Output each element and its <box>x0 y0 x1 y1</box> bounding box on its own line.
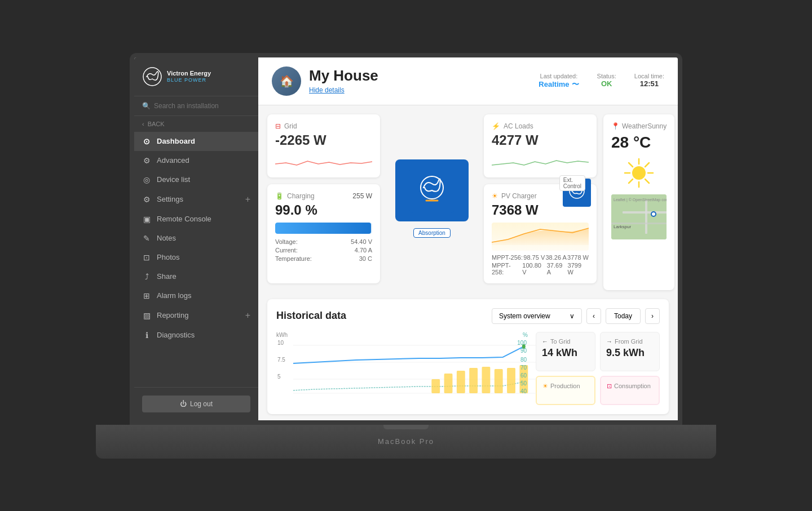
chevron-down-icon: ∨ <box>570 312 575 320</box>
sidebar-item-diagnostics[interactable]: ℹ Diagnostics <box>134 326 258 345</box>
y-axis-5: 5 <box>277 374 281 380</box>
battery-card-title: 🔋 Charging 255 W <box>275 192 372 200</box>
laptop-frame: Victron Energy BLUE POWER 🔍 ‹ BACK ⊙ Das… <box>96 53 716 459</box>
y-axis-10: 10 <box>277 340 284 346</box>
ac-loads-sparkline <box>492 153 589 170</box>
battery-percentage: 99.0 % <box>275 202 372 218</box>
laptop-base: MacBook Pro <box>96 425 716 459</box>
absorption-badge: Absorption <box>413 228 451 238</box>
to-grid-value: 14 kWh <box>542 347 589 359</box>
mppt2-row: MPPT-258: 100.80 V 37.69 A 3799 W <box>492 262 589 276</box>
battery-voltage-row: Voltage: 54.40 V <box>275 238 372 245</box>
house-avatar: 🏠 <box>272 66 301 96</box>
ac-loads-title: ⚡ AC Loads <box>492 122 589 130</box>
battery-power: 255 W <box>352 192 372 200</box>
sidebar-item-photos[interactable]: ⊡ Photos <box>134 248 258 267</box>
chart-svg <box>293 340 545 402</box>
nav-back-button[interactable]: ‹ BACK <box>134 116 258 132</box>
stats-panel: ← To Grid 14 kWh → From Grid 9.5 <box>536 332 660 405</box>
status-meta: Status: OK <box>597 73 616 88</box>
inverter-card <box>395 159 469 221</box>
dashboard-cards-grid: ⊟ Grid -2265 W <box>258 105 678 299</box>
to-grid-label: ← To Grid <box>542 338 589 345</box>
sidebar-bottom: ⏻ Log out <box>134 387 258 420</box>
svg-line-12 <box>629 179 633 183</box>
svg-text:Larkspur: Larkspur <box>614 224 631 229</box>
search-box[interactable]: 🔍 <box>134 96 258 116</box>
svg-rect-14 <box>623 211 667 214</box>
y-right-60: 60 <box>520 372 527 379</box>
search-input[interactable] <box>154 102 250 110</box>
grid-card-title: ⊟ Grid <box>275 122 372 130</box>
pv-details: MPPT-256: 98.75 V 38.26 A 3778 W MPPT-25… <box>492 254 589 276</box>
logout-button[interactable]: ⏻ Log out <box>142 396 250 412</box>
sun-icon-container <box>611 156 667 190</box>
weather-header: 📍 Weather Sunny <box>611 122 667 130</box>
status-value: OK <box>597 79 616 88</box>
svg-point-0 <box>143 68 161 86</box>
y-right-50: 50 <box>520 380 527 386</box>
logo-text: Victron Energy BLUE POWER <box>167 69 211 84</box>
svg-rect-31 <box>457 371 465 393</box>
prev-period-button[interactable]: ‹ <box>586 308 601 324</box>
consumption-icon: ⊡ <box>607 383 612 390</box>
chart-area: kWh % <box>276 332 660 405</box>
svg-text:Leaflet | © OpenStreetMap cont: Leaflet | © OpenStreetMap contributors <box>614 198 667 202</box>
pv-charger-card: Ext. Control ☀ PV Charger 7368 W <box>484 184 597 283</box>
svg-rect-32 <box>469 368 478 393</box>
consumption-label: ⊡ Consumption <box>607 383 653 390</box>
sidebar-item-advanced[interactable]: ⚙ Advanced <box>134 151 258 170</box>
svg-rect-30 <box>444 374 453 393</box>
battery-icon: 🔋 <box>275 192 284 200</box>
chart-main: kWh % <box>276 332 528 405</box>
sidebar-item-reporting[interactable]: ▨ Reporting + <box>134 305 258 326</box>
victron-logo-icon <box>142 66 162 87</box>
sidebar-item-alarm-logs[interactable]: ⊞ Alarm logs <box>134 286 258 305</box>
battery-details: Voltage: 54.40 V Current: 4.70 A Tempera… <box>275 238 372 262</box>
y-right-100: 100 <box>517 340 527 346</box>
laptop-screen: Victron Energy BLUE POWER 🔍 ‹ BACK ⊙ Das… <box>130 53 682 425</box>
realtime-value: Realtime 〜 <box>539 79 579 90</box>
sidebar-item-device-list[interactable]: ◎ Device list <box>134 170 258 189</box>
chart-y-label: kWh <box>276 332 288 338</box>
inverter-column: Absorption <box>387 114 477 283</box>
next-period-button[interactable]: › <box>645 308 660 324</box>
local-time-meta: Local time: 12:51 <box>634 73 664 88</box>
today-button[interactable]: Today <box>606 308 641 324</box>
sidebar-item-share[interactable]: ⤴ Share <box>134 267 258 286</box>
sidebar-item-settings[interactable]: ⚙ Settings + <box>134 189 258 210</box>
svg-rect-35 <box>507 368 515 393</box>
ext-control-badge: Ext. Control <box>559 175 585 191</box>
settings-expand-icon[interactable]: + <box>245 194 250 205</box>
svg-rect-29 <box>431 379 440 393</box>
svg-line-11 <box>645 163 649 167</box>
y-right-80: 80 <box>520 357 527 363</box>
y-right-90: 90 <box>520 348 527 354</box>
grid-icon: ⊟ <box>275 122 281 130</box>
ac-loads-card: ⚡ AC Loads 4277 W <box>484 114 597 177</box>
mppt1-row: MPPT-256: 98.75 V 38.26 A 3778 W <box>492 254 589 261</box>
hide-details-link[interactable]: Hide details <box>309 86 345 94</box>
photos-icon: ⊡ <box>142 253 151 262</box>
system-overview-dropdown[interactable]: System overview ∨ <box>492 308 582 324</box>
ac-loads-mini-chart <box>492 153 589 170</box>
main-content: 🏠 My House Hide details Last updated: Re… <box>258 57 678 420</box>
settings-icon: ⚙ <box>142 195 151 204</box>
device-list-icon: ◎ <box>142 175 151 184</box>
laptop-notch <box>383 425 429 429</box>
grid-sparkline <box>275 153 372 170</box>
ac-loads-icon: ⚡ <box>492 122 500 130</box>
header-meta: Last updated: Realtime 〜 Status: OK Loca… <box>539 73 664 90</box>
sidebar-item-dashboard[interactable]: ⊙ Dashboard <box>134 132 258 151</box>
chart-canvas: kWh % <box>276 332 528 405</box>
consumption-stat: ⊡ Consumption <box>600 376 660 405</box>
share-icon: ⤴ <box>142 272 151 281</box>
historical-title: Historical data <box>276 310 346 322</box>
reporting-expand-icon[interactable]: + <box>245 310 250 321</box>
pv-sparkline-svg <box>492 223 589 245</box>
svg-point-4 <box>632 166 646 180</box>
sidebar-item-remote-console[interactable]: ▣ Remote Console <box>134 210 258 229</box>
sidebar-item-notes[interactable]: ✎ Notes <box>134 229 258 248</box>
ext-control-area: Ext. Control <box>563 179 591 207</box>
alarm-logs-icon: ⊞ <box>142 291 151 300</box>
